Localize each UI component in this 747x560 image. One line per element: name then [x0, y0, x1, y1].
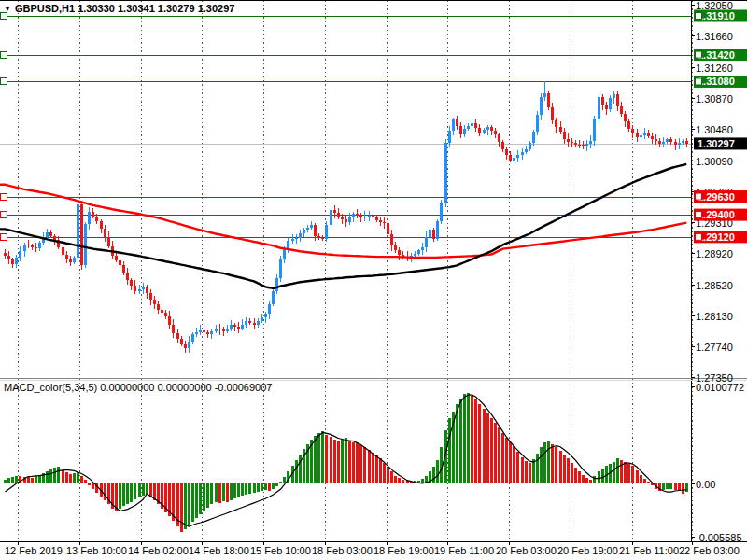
price-chart-canvas[interactable]: 1.320501.316601.312601.308701.304801.300… [0, 0, 747, 560]
svg-text:19 Feb 11:00: 19 Feb 11:00 [434, 545, 494, 556]
candlestick-series [4, 81, 688, 353]
svg-text:0.0100772: 0.0100772 [696, 382, 744, 393]
svg-text:1.30090: 1.30090 [696, 156, 733, 167]
svg-text:1.32050: 1.32050 [696, 0, 733, 11]
line-right-handle [696, 12, 702, 19]
svg-text:1.28130: 1.28130 [696, 311, 733, 322]
svg-text:1.30297: 1.30297 [698, 138, 735, 149]
svg-text:13 Feb 10:00: 13 Feb 10:00 [66, 545, 127, 556]
svg-text:1.29120: 1.29120 [698, 231, 735, 243]
svg-text:1.27740: 1.27740 [696, 342, 733, 353]
fast-ma-black-line [0, 164, 686, 288]
svg-text:1.31260: 1.31260 [696, 63, 733, 74]
macd-indicator-label: MACD_color(5,34,5) 0.00000000 0.00000000… [4, 382, 272, 393]
line-right-handle [696, 78, 702, 85]
line-left-handle [1, 212, 7, 218]
svg-text:1.30870: 1.30870 [696, 93, 733, 105]
svg-text:1.31080: 1.31080 [698, 76, 735, 87]
svg-text:21 Feb 11:00: 21 Feb 11:00 [619, 545, 679, 556]
svg-text:20 Feb 03:00: 20 Feb 03:00 [496, 545, 557, 556]
time-axis[interactable]: 12 Feb 201913 Feb 10:0014 Feb 02:0014 Fe… [5, 541, 740, 556]
svg-text:-0.005585: -0.005585 [696, 532, 742, 543]
macd-values: 0.00000000 0.00000000 -0.00069007 [100, 382, 272, 393]
svg-text:20 Feb 19:00: 20 Feb 19:00 [557, 545, 618, 556]
line-right-handle [696, 193, 702, 200]
svg-text:18 Feb 19:00: 18 Feb 19:00 [374, 545, 434, 556]
horizontal-level-lines [0, 13, 691, 241]
svg-text:0.00: 0.00 [696, 479, 715, 490]
line-left-handle [1, 78, 7, 85]
svg-text:14 Feb 02:00: 14 Feb 02:00 [128, 545, 189, 556]
ohlc-values: 1.30330 1.30341 1.30279 1.30297 [78, 3, 234, 14]
symbol-name: GBPUSD,H1 [15, 3, 75, 14]
svg-text:1.31420: 1.31420 [698, 49, 735, 61]
svg-text:12 Feb 2019: 12 Feb 2019 [5, 545, 63, 556]
macd-histogram [4, 393, 688, 532]
svg-text:1.31660: 1.31660 [696, 31, 733, 42]
macd-title: MACD_color(5,34,5) [4, 382, 97, 393]
svg-text:15 Feb 10:00: 15 Feb 10:00 [250, 545, 311, 556]
line-left-handle [1, 194, 7, 201]
svg-text:1.30480: 1.30480 [696, 124, 733, 135]
svg-text:1.31910: 1.31910 [698, 10, 735, 21]
svg-text:1.29400: 1.29400 [698, 209, 735, 220]
line-right-handle [696, 233, 702, 240]
svg-text:1.29630: 1.29630 [698, 191, 735, 203]
svg-text:1.28920: 1.28920 [696, 248, 733, 259]
line-left-handle [1, 52, 7, 59]
symbol-ohlc-label: ▼GBPUSD,H1 1.30330 1.30341 1.30279 1.302… [4, 3, 234, 14]
collapse-arrow-icon[interactable]: ▼ [4, 5, 11, 13]
svg-text:1.28520: 1.28520 [696, 280, 733, 291]
svg-text:14 Feb 18:00: 14 Feb 18:00 [189, 545, 249, 556]
macd-axis[interactable]: 0.01007720.00-0.005585 [691, 382, 744, 543]
slow-ma-red-line [0, 185, 686, 258]
line-right-handle [696, 212, 702, 218]
mt4-chart-window: 1.320501.316601.312601.308701.304801.300… [0, 0, 747, 560]
svg-text:22 Feb 03:00: 22 Feb 03:00 [679, 545, 740, 556]
svg-text:18 Feb 03:00: 18 Feb 03:00 [312, 545, 373, 556]
line-right-handle [696, 51, 702, 58]
line-left-handle [1, 234, 7, 241]
